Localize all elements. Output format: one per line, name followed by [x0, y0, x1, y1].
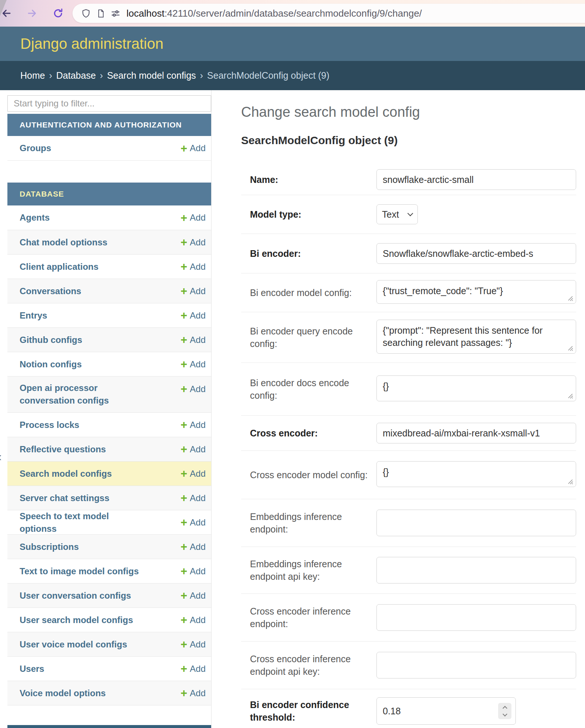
add-link[interactable]: +Add [180, 639, 211, 650]
sidebar-filter-input[interactable] [7, 95, 211, 112]
permissions-icon[interactable] [108, 6, 123, 21]
field-label: Cross encoder model config: [241, 469, 376, 482]
forward-icon [27, 8, 38, 19]
field-label: Bi encoder model config: [241, 286, 376, 299]
bi-encoder-input[interactable] [376, 243, 576, 264]
name-input[interactable] [376, 169, 576, 190]
sidebar-link[interactable]: Notion configs [7, 358, 82, 371]
sidebar-collapse-toggle[interactable]: ‹ [0, 449, 1, 464]
plus-icon: + [180, 261, 187, 272]
sidebar-link[interactable]: Agents [7, 211, 50, 224]
add-link[interactable]: +Add [180, 492, 211, 504]
section-header-database: DATABASE [7, 183, 211, 205]
sidebar-item-process-locks: Process locks +Add [7, 412, 211, 437]
embeddings-inference-endpoint-api-key-input[interactable] [376, 557, 576, 584]
cross-encoder-model-config-textarea[interactable]: {} [376, 461, 576, 487]
add-link[interactable]: +Add [180, 261, 211, 272]
breadcrumb-database[interactable]: Database [56, 70, 96, 81]
stepper-up-icon[interactable] [503, 706, 507, 711]
add-link[interactable]: +Add [180, 237, 211, 248]
add-link[interactable]: +Add [180, 687, 211, 699]
sidebar-item-github-configs: Github configs +Add [7, 327, 211, 352]
sidebar-link[interactable]: Text to image model configs [7, 565, 139, 578]
sidebar-link[interactable]: User search model configs [7, 614, 133, 626]
site-title[interactable]: Django administration [0, 35, 163, 52]
sidebar-link[interactable]: Process locks [7, 419, 79, 431]
page-info-icon[interactable] [93, 6, 108, 21]
form-row-bi-encoder-query-encode-config: Bi encoder query encode config: {"prompt… [241, 312, 576, 363]
sidebar-item-users: Users +Add [7, 656, 211, 681]
add-link[interactable]: +Add [180, 212, 211, 224]
form-row-bi-encoder-model-config: Bi encoder model config: {"trust_remote_… [241, 273, 576, 312]
add-link[interactable]: +Add [180, 663, 211, 674]
sidebar-link[interactable]: Voice model options [7, 687, 106, 700]
bi-encoder-model-config-textarea[interactable]: {"trust_remote_code": "True"} [376, 280, 576, 304]
sidebar-link[interactable]: Search model configs [7, 467, 112, 480]
number-stepper[interactable] [498, 703, 511, 719]
field-label: Bi encoder docs encode config: [241, 377, 376, 402]
plus-icon: + [180, 590, 187, 601]
sidebar-link[interactable]: Users [7, 663, 44, 675]
field-label: Cross encoder inference endpoint api key… [241, 653, 376, 678]
add-link[interactable]: +Add [180, 443, 211, 455]
add-link[interactable]: +Add [180, 541, 211, 552]
cross-encoder-inference-endpoint-input[interactable] [376, 604, 576, 631]
plus-icon: + [180, 143, 187, 154]
refresh-button[interactable] [52, 7, 64, 20]
add-groups-link[interactable]: +Add [180, 143, 211, 154]
sidebar-item-openai-processor-conversation-configs: Open ai processor conversation configs +… [7, 376, 211, 412]
address-bar[interactable]: localhost:42110/server/admin/database/se… [72, 4, 585, 23]
field-label: Bi encoder query encode config: [241, 325, 376, 350]
model-type-select[interactable]: Text [376, 204, 418, 224]
add-link[interactable]: +Add [180, 377, 211, 395]
shield-icon[interactable] [78, 6, 93, 21]
sidebar-link[interactable]: Subscriptions [7, 541, 79, 553]
add-link[interactable]: +Add [180, 310, 211, 321]
sidebar-item-subscriptions: Subscriptions +Add [7, 534, 211, 559]
embeddings-inference-endpoint-input[interactable] [376, 510, 576, 536]
sidebar-item-user-voice-model-configs: User voice model configs +Add [7, 632, 211, 656]
add-link[interactable]: +Add [180, 285, 211, 297]
sidebar-link[interactable]: Client applications [7, 261, 98, 273]
breadcrumb-home[interactable]: Home [20, 70, 45, 81]
sidebar-link[interactable]: Open ai processor conversation configs [7, 377, 148, 406]
bi-encoder-confidence-threshold-input[interactable] [376, 697, 516, 725]
sidebar-link-groups[interactable]: Groups [7, 142, 51, 154]
breadcrumb-search-model-configs[interactable]: Search model configs [107, 70, 196, 81]
add-link[interactable]: +Add [180, 565, 211, 577]
add-link[interactable]: +Add [180, 419, 211, 431]
form-row-cross-encoder-inference-endpoint: Cross encoder inference endpoint: [241, 594, 576, 642]
sidebar-link[interactable]: Reflective questions [7, 443, 106, 456]
refresh-icon [53, 8, 64, 19]
bi-encoder-query-encode-config-textarea[interactable]: {"prompt": "Represent this sentence for … [376, 320, 576, 354]
sidebar-link[interactable]: Speech to text model optionss [7, 510, 148, 535]
sidebar-link[interactable]: Conversations [7, 285, 81, 297]
sidebar-link[interactable]: User voice model configs [7, 638, 127, 651]
bi-encoder-docs-encode-config-textarea[interactable]: {} [376, 375, 576, 401]
add-link[interactable]: +Add [180, 334, 211, 346]
admin-header: Django administration [0, 27, 585, 61]
select-value: Text [382, 209, 399, 220]
sidebar-link[interactable]: Chat model optionss [7, 236, 107, 249]
sidebar-link[interactable]: Entrys [7, 309, 47, 322]
form-row-embeddings-inference-endpoint: Embeddings inference endpoint: [241, 499, 576, 547]
sidebar-link[interactable]: User conversation configs [7, 589, 131, 602]
add-link[interactable]: +Add [180, 358, 211, 370]
sidebar-link[interactable]: Github configs [7, 334, 82, 346]
cross-encoder-input[interactable] [376, 423, 576, 443]
sidebar-item-server-chat-settingss: Server chat settingss +Add [7, 486, 211, 510]
add-link[interactable]: +Add [180, 614, 211, 626]
forward-button[interactable] [26, 7, 38, 20]
plus-icon: + [180, 517, 187, 528]
stepper-down-icon[interactable] [503, 712, 507, 717]
sidebar-link[interactable]: Server chat settingss [7, 492, 109, 504]
back-button[interactable] [0, 7, 13, 20]
add-link[interactable]: +Add [180, 517, 211, 528]
cross-encoder-inference-endpoint-api-key-input[interactable] [376, 652, 576, 678]
form-row-model-type: Model type: Text [241, 195, 576, 234]
add-link[interactable]: +Add [180, 590, 211, 601]
sidebar-item-search-model-configs-selected: Search model configs +Add [7, 461, 211, 486]
plus-icon: + [180, 541, 187, 552]
add-link[interactable]: +Add [180, 468, 211, 479]
plus-icon: + [180, 639, 187, 650]
